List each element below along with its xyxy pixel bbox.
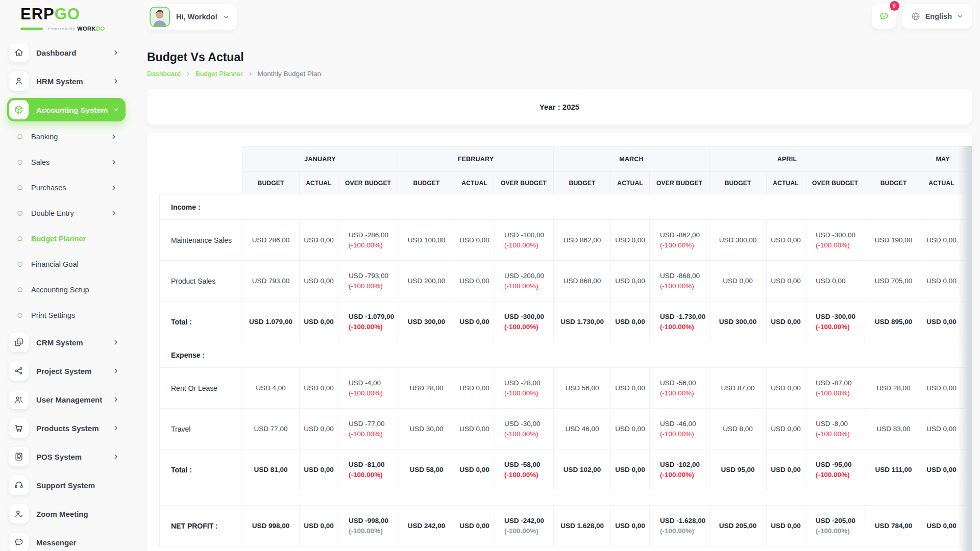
chevron-right-icon — [112, 453, 120, 461]
workdo-brand-text: WORK — [77, 26, 96, 32]
sidebar: ERPGO Powered By WORK DO DashboardHRM Sy… — [0, 0, 133, 551]
user-menu-button[interactable]: Hi, Workdo! — [147, 4, 237, 30]
chevron-down-icon — [112, 106, 120, 114]
over-budget-percent: (-100.00%) — [504, 241, 553, 249]
chevron-right-icon — [110, 158, 118, 166]
budget-cell: USD 242,00 — [398, 506, 455, 546]
powered-by-label: Powered By — [48, 27, 75, 31]
cube-icon — [9, 100, 29, 119]
budget-cell: USD 895,00 — [865, 302, 922, 342]
actual-cell: USD 0,00 — [300, 506, 338, 546]
spacer-cell — [160, 490, 242, 506]
over-budget-percent: (-100.00%) — [349, 430, 398, 438]
sidebar-item-support-system[interactable]: Support System — [7, 473, 126, 497]
over-budget-cell: USD -58,00(-100.00%) — [494, 449, 554, 490]
budget-cell: USD 300,00 — [398, 302, 455, 342]
subheader-actual-january: ACTUAL — [300, 172, 338, 194]
sidebar-item-accounting-setup[interactable]: Accounting Setup — [7, 280, 126, 300]
sidebar-item-hrm-system[interactable]: HRM System — [7, 69, 126, 93]
actual-cell: USD 0,00 — [455, 368, 494, 409]
breadcrumb-separator: › — [249, 69, 252, 78]
sidebar-item-banking[interactable]: Banking — [7, 127, 126, 147]
sidebar-item-label: Print Settings — [31, 311, 118, 319]
budget-cell: USD 862,00 — [554, 220, 611, 261]
sidebar-item-label: Support System — [36, 481, 120, 490]
sidebar-item-purchases[interactable]: Purchases — [7, 178, 126, 198]
budget-cell: USD 0,00 — [709, 261, 767, 302]
logo-subline: Powered By WORK DO — [20, 26, 126, 32]
actual-cell: USD 0,00 — [455, 302, 494, 342]
budget-cell: USD 205,00 — [709, 506, 767, 546]
actual-cell: USD 0,00 — [767, 409, 805, 449]
subheader-over-budget-march: OVER BUDGET — [650, 172, 709, 194]
logo-text: ERPGO — [20, 6, 126, 22]
table-row-product-sales: Product SalesUSD 793,00USD 0,00USD -793,… — [160, 261, 972, 302]
sidebar-item-budget-planner[interactable]: Budget Planner — [7, 229, 126, 249]
sidebar-item-pos-system[interactable]: POS System — [7, 445, 126, 468]
sidebar-item-messenger[interactable]: Messenger — [7, 531, 126, 551]
actual-cell: USD 0,00 — [767, 368, 805, 409]
sidebar-item-label: Zoom Meeting — [36, 510, 120, 518]
budget-cell: USD 8,00 — [709, 409, 767, 449]
sidebar-item-financial-goal[interactable]: Financial Goal — [7, 254, 126, 274]
breadcrumb-budget-planner[interactable]: Budget Planner — [195, 70, 243, 78]
actual-cell: USD 0,00 — [611, 261, 650, 302]
sidebar-item-label: Dashboard — [36, 48, 112, 57]
actual-cell: USD 0,00 — [611, 302, 650, 342]
subheader-actual-may: ACTUAL — [922, 172, 961, 194]
actual-cell: USD 0,00 — [767, 302, 805, 342]
sidebar-item-print-settings[interactable]: Print Settings — [7, 305, 126, 325]
over-budget-cell: USD -87,00(-100.00%) — [805, 368, 865, 409]
over-budget-cell: USD -793,00(-100.00%) — [338, 261, 398, 302]
corner-cell — [160, 146, 242, 194]
over-budget-percent: (-100.00%) — [660, 241, 709, 249]
budget-table-scroll-area[interactable]: JANUARYFEBRUARYMARCHAPRILMAYBUDGETACTUAL… — [159, 146, 972, 546]
over-budget-percent: (-100.00%) — [660, 527, 709, 535]
sidebar-item-label: Purchases — [31, 184, 110, 192]
language-label: English — [925, 12, 952, 20]
sidebar-item-double-entry[interactable]: Double Entry — [7, 203, 126, 223]
sidebar-item-label: HRM System — [36, 77, 112, 86]
sidebar-item-label: Financial Goal — [31, 260, 118, 268]
sidebar-item-user-management[interactable]: User Management — [7, 388, 126, 411]
sidebar-item-sales[interactable]: Sales — [7, 152, 126, 172]
budget-cell: USD 793,00 — [242, 261, 300, 302]
over-budget-cell: USD -300,00(-100.00%) — [805, 302, 865, 342]
chevron-down-icon — [223, 13, 230, 20]
budget-cell: USD 1.079,00 — [242, 302, 300, 342]
actual-cell: USD 0,00 — [455, 449, 494, 490]
over-budget-cell: USD -286,00(-100.00%) — [338, 220, 398, 261]
budget-cell: USD 77,00 — [242, 409, 300, 449]
actual-cell: USD 0,00 — [611, 220, 650, 261]
over-budget-percent: (-100.00%) — [349, 389, 398, 397]
budget-cell: USD 868,00 — [554, 261, 611, 302]
actual-cell: USD 0,00 — [455, 409, 494, 449]
over-budget-percent: (-100.00%) — [504, 430, 553, 438]
erpgo-logo[interactable]: ERPGO Powered By WORK DO — [20, 6, 126, 32]
actual-cell: USD 0,00 — [300, 302, 338, 342]
sidebar-item-accounting-system[interactable]: Accounting System — [7, 98, 126, 121]
budget-cell: USD 1.628,00 — [554, 506, 611, 546]
sidebar-item-project-system[interactable]: Project System — [7, 359, 126, 383]
notifications-button[interactable]: 0 — [872, 4, 896, 29]
pos-icon — [9, 447, 29, 466]
sidebar-item-label: Sales — [31, 158, 110, 166]
year-card: Year : 2025 — [147, 89, 972, 124]
actual-cell: USD 0,00 — [767, 220, 805, 261]
month-header-january: JANUARY — [242, 146, 398, 172]
logo-underline-bar — [20, 28, 43, 30]
subheader-actual-february: ACTUAL — [455, 172, 494, 194]
table-row-maintenance-sales: Maintenance SalesUSD 286,00USD 0,00USD -… — [160, 220, 972, 261]
over-budget-cell: USD -1.730,00(-100.00%) — [650, 302, 709, 342]
over-budget-cell: USD -102,00(-100.00%) — [650, 449, 709, 490]
breadcrumb-dashboard[interactable]: Dashboard — [147, 70, 181, 78]
sidebar-item-zoom-meeting[interactable]: Zoom Meeting — [7, 502, 126, 525]
actual-cell: USD 0,00 — [455, 220, 494, 261]
budget-cell: USD 200,00 — [398, 261, 455, 302]
language-selector[interactable]: English — [902, 4, 972, 29]
sidebar-item-dashboard[interactable]: Dashboard — [7, 41, 126, 64]
greeting-text: Hi, Workdo! — [176, 13, 217, 21]
sidebar-item-crm-system[interactable]: CRM System — [7, 331, 126, 354]
sidebar-item-products-system[interactable]: Products System — [7, 416, 126, 440]
bullet-icon — [17, 236, 22, 241]
